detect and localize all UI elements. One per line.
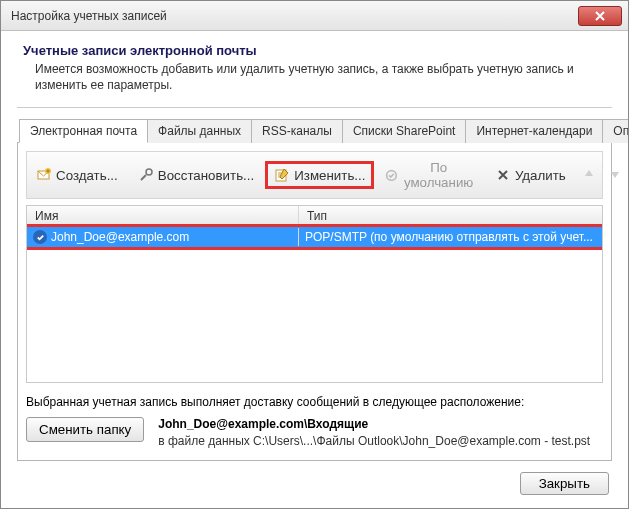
footer: Закрыть [520,472,609,495]
create-label: Создать... [56,168,118,183]
tabstrip: Электронная почта Файлы данных RSS-канал… [17,118,612,143]
new-icon [36,167,52,183]
tab-sharepoint[interactable]: Списки SharePoint [342,119,467,143]
tab-datafiles[interactable]: Файлы данных [147,119,252,143]
divider [17,107,612,108]
restore-label: Восстановить... [158,168,254,183]
delete-icon [495,167,511,183]
tab-published[interactable]: Опубликован [602,119,629,143]
arrow-up-icon [583,168,595,180]
toolbar: Создать... Восстановить... Изменить... П… [26,151,603,199]
delete-label: Удалить [515,168,566,183]
edit-button[interactable]: Изменить... [267,163,372,187]
close-icon [595,11,605,21]
tab-email[interactable]: Электронная почта [19,119,148,143]
delivery-path-main: John_Doe@example.com\Входящие [158,417,603,431]
close-dialog-button[interactable]: Закрыть [520,472,609,495]
table-header: Имя Тип [27,206,602,227]
tab-panel-email: Создать... Восстановить... Изменить... П… [17,143,612,461]
tab-internet-cal[interactable]: Интернет-календари [465,119,603,143]
edit-label: Изменить... [294,168,365,183]
window-title: Настройка учетных записей [11,9,578,23]
default-button: По умолчанию [378,156,481,194]
tab-rss[interactable]: RSS-каналы [251,119,343,143]
create-button[interactable]: Создать... [29,163,125,187]
accounts-table: Имя Тип John_Doe@example.com POP/SMTP (п… [26,205,603,383]
close-button[interactable] [578,6,622,26]
page-subheading: Имеется возможность добавить или удалить… [35,62,612,93]
restore-button[interactable]: Восстановить... [131,163,261,187]
check-icon [33,230,47,244]
delivery-path-sub: в файле данных C:\Users\...\Файлы Outloo… [158,434,603,448]
move-down-button [605,168,625,183]
delivery-section: Выбранная учетная запись выполняет доста… [26,395,603,448]
account-name: John_Doe@example.com [51,230,189,244]
delete-button[interactable]: Удалить [488,163,573,187]
account-type: POP/SMTP (по умолчанию отправлять с этой… [299,228,602,246]
move-up-button [579,168,599,183]
repair-icon [138,167,154,183]
table-row[interactable]: John_Doe@example.com POP/SMTP (по умолча… [27,227,602,247]
svg-point-2 [146,169,152,175]
default-label: По умолчанию [402,160,475,190]
titlebar: Настройка учетных записей [1,1,628,31]
arrow-down-icon [609,168,621,180]
edit-icon [274,167,290,183]
page-heading: Учетные записи электронной почты [23,43,612,58]
col-type-header[interactable]: Тип [299,206,602,226]
change-folder-button[interactable]: Сменить папку [26,417,144,442]
col-name-header[interactable]: Имя [27,206,299,226]
default-icon [385,167,398,183]
delivery-intro: Выбранная учетная запись выполняет доста… [26,395,603,409]
